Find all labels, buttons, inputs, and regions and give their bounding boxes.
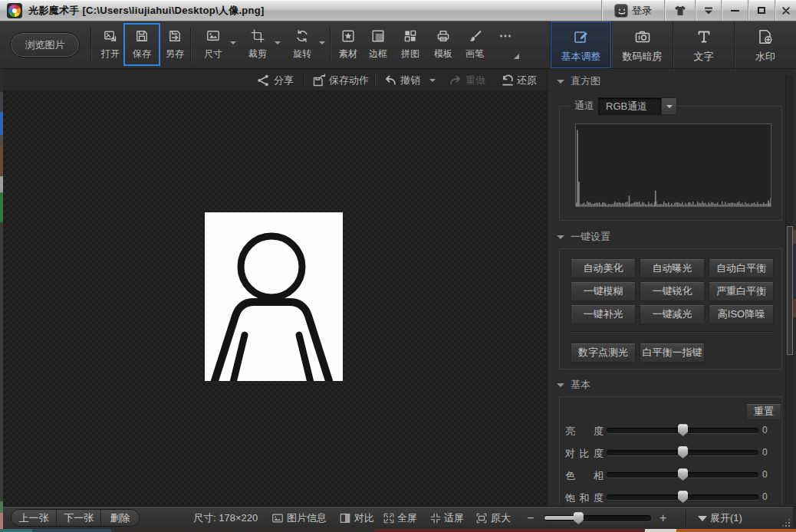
white-balance-one-touch-button[interactable]: 白平衡一指键 (640, 343, 705, 363)
rotate-dropdown-icon[interactable] (319, 41, 325, 44)
close-button[interactable] (775, 0, 796, 21)
image-size-text: 尺寸: 178×220 (193, 507, 258, 530)
redo-icon (449, 74, 462, 87)
action-bar: 分享 保存动作 撤销 重做 还原 (3, 69, 547, 91)
title-bar: 光影魔术手 [C:\Users\liujiahui\Desktop\人像.png… (0, 0, 796, 21)
open-button[interactable]: 打开 (94, 29, 127, 67)
collapse-menu-button[interactable] (695, 0, 721, 21)
hue-value: 0 (762, 469, 768, 480)
contrast-slider-track[interactable] (607, 450, 758, 455)
share-button[interactable]: 分享 (274, 69, 294, 91)
frame-button[interactable]: 边框 (361, 29, 395, 67)
text-tool-icon (696, 28, 712, 45)
one-key-fill-light-button[interactable]: 一键补光 (571, 304, 636, 324)
minimize-button[interactable] (721, 0, 748, 21)
auto-white-balance-button[interactable]: 自动白平衡 (709, 258, 774, 278)
browse-images-button[interactable]: 浏览图片 (10, 32, 80, 57)
restore-icon[interactable] (501, 74, 515, 87)
resize-dropdown-icon[interactable] (230, 41, 236, 44)
collapse-triangle-icon (557, 235, 564, 239)
panel-scrollbar-thumb[interactable] (787, 226, 793, 355)
basic-adjust-icon (573, 28, 590, 45)
tab-darkroom[interactable]: 数码暗房 (611, 21, 673, 68)
chevron-down-icon (666, 105, 673, 108)
auto-beautify-button[interactable]: 自动美化 (571, 258, 636, 278)
panel-scrollbar[interactable] (785, 75, 793, 504)
original-size-button[interactable]: 原大 (491, 507, 511, 530)
basic-section-header[interactable]: 基本 (557, 378, 590, 392)
darkroom-camera-icon (634, 28, 651, 45)
zoom-slider-thumb[interactable] (574, 512, 584, 524)
histogram-section-header[interactable]: 直方图 (557, 74, 600, 88)
crop-button[interactable]: 裁剪 (241, 29, 275, 67)
zoom-in-icon[interactable]: + (659, 507, 666, 530)
fit-screen-icon[interactable] (429, 512, 442, 524)
login-label: 登录 (632, 4, 652, 18)
material-star-icon (341, 29, 355, 43)
brush-button[interactable]: 画笔 (458, 29, 492, 67)
one-key-sharpen-button[interactable]: 一键锐化 (640, 281, 705, 301)
login-button[interactable]: 登录 (601, 0, 664, 21)
zoom-out-icon[interactable]: − (527, 507, 534, 530)
digital-spot-metering-button[interactable]: 数字点测光 (571, 343, 636, 363)
saturation-label: 饱和度 (565, 491, 604, 505)
original-size-icon[interactable] (475, 512, 488, 524)
save-action-icon[interactable] (312, 74, 326, 87)
more-tools-button[interactable] (488, 29, 522, 67)
save-as-icon (168, 29, 182, 43)
skin-button[interactable] (664, 0, 695, 21)
fit-screen-button[interactable]: 适屏 (444, 507, 464, 530)
hue-slider-track[interactable] (607, 472, 758, 478)
tab-basic-adjust[interactable]: 基本调整 (550, 21, 611, 68)
severe-white-balance-button[interactable]: 严重白平衡 (709, 281, 774, 301)
material-button[interactable]: 素材 (331, 29, 365, 67)
toolbar-separator (90, 28, 91, 63)
undo-button[interactable]: 撤销 (400, 69, 420, 91)
fullscreen-button[interactable]: 全屏 (397, 507, 417, 530)
channel-dropdown-button[interactable] (661, 97, 677, 115)
one-key-section-header[interactable]: 一键设置 (557, 230, 610, 244)
prev-image-button[interactable]: 上一张 (12, 510, 56, 526)
maximize-button[interactable] (748, 0, 775, 21)
rotate-button[interactable]: 旋转 (285, 29, 319, 67)
brightness-value: 0 (762, 425, 768, 435)
next-image-button[interactable]: 下一张 (56, 510, 100, 526)
resize-grip[interactable] (779, 516, 790, 527)
compare-button[interactable]: 对比 (354, 507, 374, 530)
restore-button[interactable]: 还原 (517, 69, 537, 91)
fullscreen-icon[interactable] (383, 512, 395, 524)
save-as-button[interactable]: 另存 (158, 29, 192, 67)
share-icon[interactable] (256, 74, 270, 87)
undo-dropdown-icon[interactable] (429, 79, 436, 82)
tab-text[interactable]: 文字 (673, 21, 734, 68)
channel-select[interactable]: RGB通道 (598, 97, 661, 115)
high-iso-denoise-button[interactable]: 高ISO降噪 (709, 304, 774, 324)
title-controls: 登录 (601, 0, 796, 21)
auto-exposure-button[interactable]: 自动曝光 (640, 258, 705, 278)
expand-triangle-icon[interactable] (698, 516, 707, 521)
collage-grid-icon (403, 29, 417, 43)
tab-watermark[interactable]: 水印 (734, 21, 796, 68)
brightness-slider-track[interactable] (607, 428, 758, 433)
compare-icon[interactable] (339, 512, 351, 524)
actionbar-separator (304, 74, 304, 87)
expand-button[interactable]: 展开(1) (710, 507, 742, 530)
image-info-button[interactable]: 图片信息 (287, 507, 327, 530)
undo-icon[interactable] (383, 74, 397, 87)
reset-button[interactable]: 重置 (746, 403, 781, 420)
zoom-slider-track[interactable] (544, 515, 651, 521)
save-button[interactable]: 保存 (125, 29, 159, 67)
contrast-label: 对比度 (565, 447, 604, 461)
template-button[interactable]: 模板 (426, 29, 460, 67)
one-key-blur-button[interactable]: 一键模糊 (571, 281, 636, 301)
image-info-icon[interactable] (271, 512, 284, 524)
adjustment-panel: 直方图 通道 RGB通道 一键设置 自动美化 自动曝光 自动白平衡 一键模糊 一… (547, 69, 793, 506)
delete-image-button[interactable]: 删除 (100, 510, 139, 526)
crop-dropdown-icon[interactable] (275, 41, 281, 44)
saturation-value: 0 (762, 491, 768, 502)
resize-button[interactable]: 尺寸 (196, 29, 230, 67)
saturation-slider-track[interactable] (607, 494, 758, 500)
collage-button[interactable]: 拼图 (393, 29, 427, 67)
one-key-dim-light-button[interactable]: 一键减光 (640, 304, 705, 324)
save-action-button[interactable]: 保存动作 (329, 69, 369, 91)
